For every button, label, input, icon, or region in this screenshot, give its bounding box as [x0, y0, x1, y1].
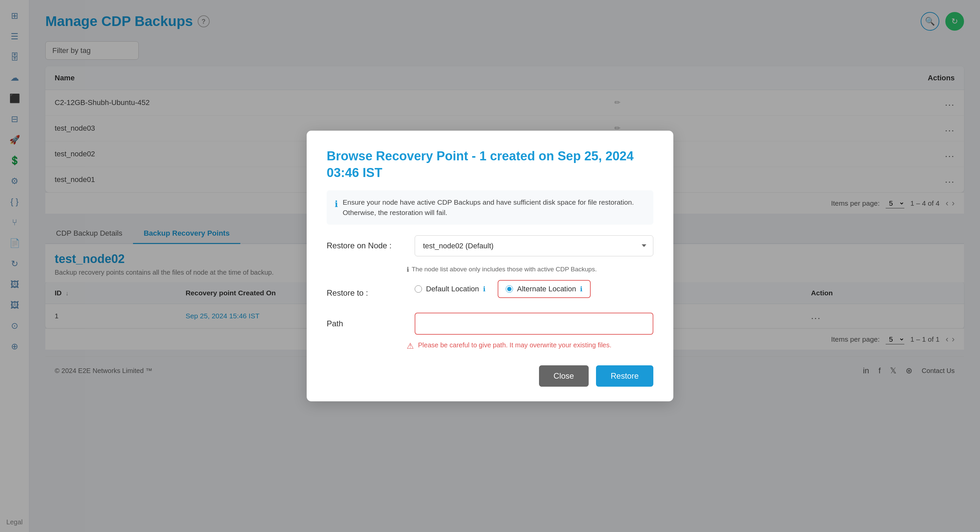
modal: Browse Recovery Point - 1 created on Sep…: [307, 131, 673, 401]
restore-node-label: Restore on Node :: [327, 241, 407, 250]
node-hint: ℹ The node list above only includes thos…: [407, 266, 653, 273]
restore-node-select[interactable]: test_node02 (Default): [415, 235, 653, 256]
modal-title: Browse Recovery Point - 1 created on Sep…: [327, 148, 653, 181]
alternate-location-label: Alternate Location: [517, 285, 576, 293]
modal-info-icon: ℹ: [335, 198, 338, 211]
restore-button[interactable]: Restore: [596, 365, 653, 387]
alternate-location-radio[interactable]: [506, 285, 513, 293]
path-input[interactable]: [415, 313, 653, 334]
restore-options: Default Location ℹ Alternate Location ℹ: [415, 280, 591, 298]
alternate-location-option[interactable]: Alternate Location ℹ: [506, 285, 583, 293]
alternate-info-icon: ℹ: [580, 285, 583, 293]
default-location-option[interactable]: Default Location ℹ: [415, 285, 486, 293]
modal-overlay: Browse Recovery Point - 1 created on Sep…: [0, 0, 980, 532]
default-info-icon: ℹ: [483, 285, 486, 293]
close-button[interactable]: Close: [539, 365, 589, 387]
modal-info-text: Ensure your node have active CDP Backups…: [343, 197, 645, 218]
modal-info-box: ℹ Ensure your node have active CDP Backu…: [327, 190, 653, 225]
restore-to-row: Restore to : Default Location ℹ Alternat…: [327, 280, 653, 306]
path-row: Path: [327, 313, 653, 334]
warning-text: ⚠ Please be careful to give path. It may…: [407, 340, 653, 352]
warning-icon: ⚠: [407, 340, 414, 352]
node-hint-icon: ℹ: [407, 266, 409, 273]
path-label: Path: [327, 319, 407, 328]
restore-node-row: Restore on Node : test_node02 (Default): [327, 235, 653, 256]
alternate-location-box: Alternate Location ℹ: [498, 280, 591, 298]
default-location-label: Default Location: [426, 285, 479, 293]
restore-to-label: Restore to :: [327, 288, 407, 298]
modal-footer: Close Restore: [327, 365, 653, 387]
default-location-radio[interactable]: [415, 285, 422, 293]
